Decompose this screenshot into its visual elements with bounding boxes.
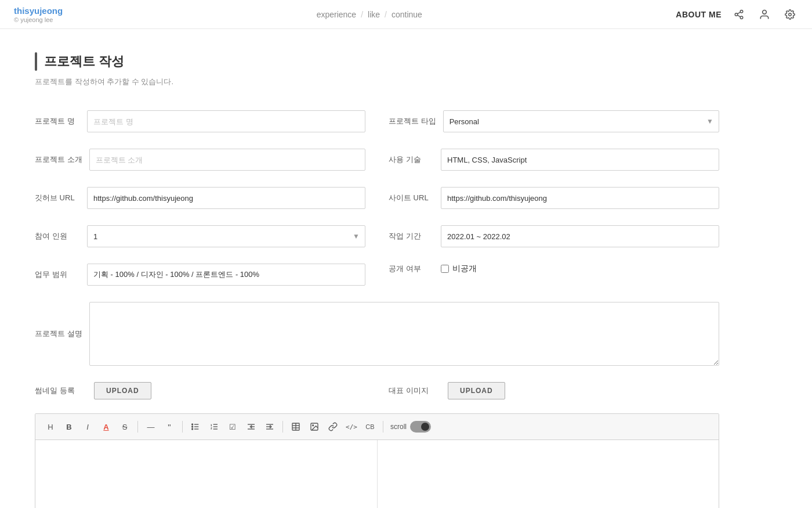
visibility-checkbox[interactable]	[441, 265, 449, 273]
toolbar-sep-1	[137, 421, 138, 433]
heading-button[interactable]: H	[42, 419, 59, 435]
quote-button[interactable]: "	[161, 419, 177, 435]
nav-sep-1: /	[361, 10, 363, 19]
page-title: 프로젝트 작성	[44, 53, 124, 70]
scroll-toggle-label: scroll	[390, 423, 407, 431]
project-intro-field: 프로젝트 소개	[35, 149, 365, 171]
cover-label: 대표 이미지	[389, 385, 441, 396]
unordered-list-button[interactable]	[187, 419, 204, 435]
link-button[interactable]	[325, 419, 341, 435]
settings-icon[interactable]	[782, 6, 798, 23]
project-type-select-wrap: Personal Team Toy ▼	[443, 110, 719, 132]
title-accent	[35, 52, 37, 71]
logo-name: thisyujeong	[14, 6, 63, 16]
project-name-field: 프로젝트 명	[35, 110, 365, 132]
github-url-field: 깃허브 URL	[35, 187, 365, 209]
scope-label: 업무 범위	[35, 269, 87, 280]
page-title-bar: 프로젝트 작성	[35, 52, 719, 71]
color-button[interactable]: A	[98, 419, 114, 435]
project-name-label: 프로젝트 명	[35, 116, 87, 127]
checkbox-button[interactable]: ☑	[224, 419, 241, 435]
description-textarea[interactable]	[89, 302, 719, 366]
about-me-link[interactable]: ABOUT ME	[676, 10, 722, 19]
logo[interactable]: thisyujeong © yujeong lee	[14, 6, 63, 23]
code-button[interactable]: </>	[343, 419, 360, 435]
thumbnail-label: 썸네일 등록	[35, 385, 87, 396]
share-icon[interactable]	[731, 6, 747, 23]
cover-field: 대표 이미지 UPLOAD	[389, 382, 719, 399]
editor-left-pane[interactable]	[35, 440, 378, 508]
svg-point-5	[763, 10, 767, 14]
breadcrumb-nav: experience / like / continue	[317, 10, 422, 19]
svg-line-3	[737, 15, 740, 17]
strikethrough-button[interactable]: S	[117, 419, 133, 435]
bold-button[interactable]: B	[61, 419, 77, 435]
logo-sub: © yujeong lee	[14, 16, 63, 23]
scroll-toggle-wrap: scroll	[390, 421, 431, 433]
visibility-field: 공개 여부 비공개	[389, 264, 719, 274]
form-row-2: 프로젝트 소개 사용 기술	[35, 149, 719, 171]
nav-experience[interactable]: experience	[317, 10, 357, 19]
page-subtitle: 프로젝트를 작성하여 추가할 수 있습니다.	[35, 77, 719, 87]
svg-point-2	[740, 16, 743, 19]
form-row-5: 업무 범위 공개 여부 비공개	[35, 264, 719, 286]
visibility-checkbox-wrap: 비공개	[441, 264, 477, 274]
table-button[interactable]	[288, 419, 304, 435]
indent-in-button[interactable]	[243, 419, 259, 435]
participants-field: 참여 인원 1 2 3 4 5 ▼	[35, 225, 365, 247]
form-row-1: 프로젝트 명 프로젝트 타입 Personal Team Toy ▼	[35, 110, 719, 132]
visibility-label: 공개 여부	[389, 264, 441, 274]
github-url-label: 깃허브 URL	[35, 193, 87, 203]
tech-label: 사용 기술	[389, 154, 441, 165]
svg-point-0	[740, 10, 743, 13]
participants-label: 참여 인원	[35, 231, 87, 242]
project-intro-input[interactable]	[89, 149, 365, 171]
nav-continue[interactable]: continue	[392, 10, 422, 19]
thumbnail-field: 썸네일 등록 UPLOAD	[35, 382, 365, 399]
form-row-4: 참여 인원 1 2 3 4 5 ▼ 작업 기간	[35, 225, 719, 247]
header-right: ABOUT ME	[676, 6, 798, 23]
project-type-field: 프로젝트 타입 Personal Team Toy ▼	[389, 110, 719, 132]
svg-point-1	[735, 13, 738, 16]
svg-point-27	[313, 425, 314, 426]
project-intro-label: 프로젝트 소개	[35, 154, 89, 165]
svg-point-11	[192, 426, 193, 427]
project-type-select[interactable]: Personal Team Toy	[443, 110, 719, 132]
header: thisyujeong © yujeong lee experience / l…	[0, 0, 812, 29]
thumbnail-upload-button[interactable]: UPLOAD	[94, 382, 151, 399]
participants-select[interactable]: 1 2 3 4 5	[87, 225, 365, 247]
user-icon[interactable]	[756, 6, 773, 23]
project-form: 프로젝트 명 프로젝트 타입 Personal Team Toy ▼ 프로젝트 …	[35, 110, 719, 399]
scope-field: 업무 범위	[35, 264, 365, 286]
site-url-input[interactable]	[441, 187, 719, 209]
participants-select-wrap: 1 2 3 4 5 ▼	[87, 225, 365, 247]
visibility-checkbox-label: 비공개	[452, 264, 477, 274]
project-name-input[interactable]	[87, 110, 365, 132]
main-content: 프로젝트 작성 프로젝트를 작성하여 추가할 수 있습니다. 프로젝트 명 프로…	[0, 29, 754, 508]
ordered-list-button[interactable]	[206, 419, 222, 435]
upload-row: 썸네일 등록 UPLOAD 대표 이미지 UPLOAD	[35, 382, 719, 399]
toolbar-sep-2	[182, 421, 183, 433]
github-url-input[interactable]	[87, 187, 365, 209]
cover-upload-button[interactable]: UPLOAD	[448, 382, 505, 399]
form-row-3: 깃허브 URL 사이트 URL	[35, 187, 719, 209]
nav-like[interactable]: like	[368, 10, 380, 19]
form-row-description: 프로젝트 설명	[35, 302, 719, 366]
svg-point-10	[192, 424, 193, 425]
tech-input[interactable]	[441, 149, 719, 171]
duration-input[interactable]	[441, 225, 719, 247]
editor-body	[35, 440, 719, 508]
indent-out-button[interactable]	[262, 419, 278, 435]
toolbar-sep-3	[282, 421, 283, 433]
cb-button[interactable]: CB	[362, 419, 378, 435]
divider-button[interactable]: —	[143, 419, 159, 435]
image-button[interactable]	[306, 419, 322, 435]
scroll-toggle[interactable]	[410, 421, 431, 433]
svg-point-12	[192, 428, 193, 430]
editor-right-pane	[378, 440, 719, 508]
scope-input[interactable]	[87, 264, 365, 286]
toolbar-sep-4	[383, 421, 383, 433]
italic-button[interactable]: I	[79, 419, 96, 435]
svg-line-4	[737, 12, 740, 13]
svg-point-6	[789, 13, 792, 16]
